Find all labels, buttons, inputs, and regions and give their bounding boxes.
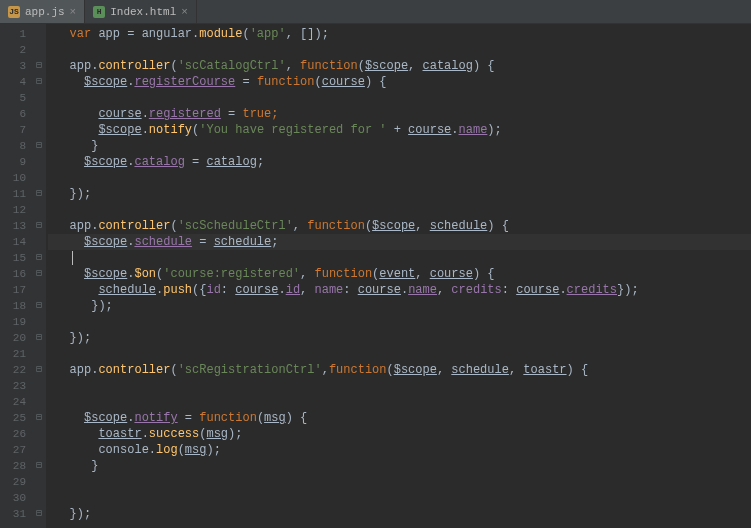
- line-number: 16: [0, 266, 26, 282]
- code-line: });: [48, 186, 751, 202]
- fold-marker[interactable]: ⊟: [32, 186, 46, 202]
- fold-marker[interactable]: ⊟: [32, 506, 46, 522]
- line-number: 24: [0, 394, 26, 410]
- fold-marker[interactable]: ⊟: [32, 218, 46, 234]
- code-line: var app = angular.module('app', []);: [48, 26, 751, 42]
- js-file-icon: JS: [8, 6, 20, 18]
- line-number: 30: [0, 490, 26, 506]
- fold-marker: [32, 170, 46, 186]
- code-line: $scope.notify = function(msg) {: [48, 410, 751, 426]
- fold-marker: [32, 426, 46, 442]
- line-number: 31: [0, 506, 26, 522]
- line-number: 26: [0, 426, 26, 442]
- fold-marker[interactable]: ⊟: [32, 410, 46, 426]
- code-line: [48, 314, 751, 330]
- code-line: [48, 250, 751, 266]
- code-line: schedule.push({id: course.id, name: cour…: [48, 282, 751, 298]
- code-line: }: [48, 458, 751, 474]
- fold-marker: [32, 90, 46, 106]
- code-line: $scope.catalog = catalog;: [48, 154, 751, 170]
- line-number: 13: [0, 218, 26, 234]
- fold-marker[interactable]: ⊟: [32, 330, 46, 346]
- code-area[interactable]: var app = angular.module('app', []); app…: [46, 24, 751, 528]
- line-number: 17: [0, 282, 26, 298]
- fold-marker: [32, 394, 46, 410]
- line-number: 23: [0, 378, 26, 394]
- line-number: 14: [0, 234, 26, 250]
- line-number: 19: [0, 314, 26, 330]
- fold-marker[interactable]: ⊟: [32, 74, 46, 90]
- line-number: 4: [0, 74, 26, 90]
- line-number: 2: [0, 42, 26, 58]
- code-line: });: [48, 298, 751, 314]
- code-line: console.log(msg);: [48, 442, 751, 458]
- fold-marker: [32, 474, 46, 490]
- line-number: 6: [0, 106, 26, 122]
- close-icon[interactable]: ×: [181, 6, 188, 18]
- code-line: [48, 346, 751, 362]
- line-number: 25: [0, 410, 26, 426]
- line-number: 21: [0, 346, 26, 362]
- line-number: 29: [0, 474, 26, 490]
- editor: 1234567891011121314151617181920212223242…: [0, 24, 751, 528]
- code-line: [48, 42, 751, 58]
- code-line: app.controller('scCatalogCtrl', function…: [48, 58, 751, 74]
- line-number: 1: [0, 26, 26, 42]
- line-number: 3: [0, 58, 26, 74]
- fold-marker: [32, 106, 46, 122]
- line-number: 9: [0, 154, 26, 170]
- fold-marker: [32, 154, 46, 170]
- fold-marker[interactable]: ⊟: [32, 362, 46, 378]
- fold-marker[interactable]: ⊟: [32, 266, 46, 282]
- line-number: 8: [0, 138, 26, 154]
- line-number: 18: [0, 298, 26, 314]
- line-number: 12: [0, 202, 26, 218]
- code-line: $scope.notify('You have registered for '…: [48, 122, 751, 138]
- fold-marker[interactable]: ⊟: [32, 138, 46, 154]
- line-number: 22: [0, 362, 26, 378]
- fold-marker[interactable]: ⊟: [32, 458, 46, 474]
- fold-marker: [32, 490, 46, 506]
- code-line: toastr.success(msg);: [48, 426, 751, 442]
- line-number: 27: [0, 442, 26, 458]
- fold-marker[interactable]: ⊟: [32, 250, 46, 266]
- code-line: app.controller('scScheduleCtrl', functio…: [48, 218, 751, 234]
- code-line: [48, 170, 751, 186]
- code-line: }: [48, 138, 751, 154]
- fold-marker: [32, 234, 46, 250]
- close-icon[interactable]: ×: [70, 6, 77, 18]
- line-number: 20: [0, 330, 26, 346]
- line-number: 7: [0, 122, 26, 138]
- code-line: });: [48, 330, 751, 346]
- line-number: 28: [0, 458, 26, 474]
- code-line: [48, 490, 751, 506]
- fold-marker: [32, 202, 46, 218]
- tab-index-html[interactable]: H Index.html ×: [85, 0, 197, 23]
- code-line: course.registered = true;: [48, 106, 751, 122]
- code-line: [48, 474, 751, 490]
- code-line: [48, 202, 751, 218]
- fold-marker: [32, 378, 46, 394]
- tab-label: app.js: [25, 6, 65, 18]
- tab-app-js[interactable]: JS app.js ×: [0, 0, 85, 23]
- code-line: app.controller('scRegistrationCtrl',func…: [48, 362, 751, 378]
- code-line: [48, 378, 751, 394]
- line-number: 5: [0, 90, 26, 106]
- code-line: $scope.schedule = schedule;: [48, 234, 751, 250]
- code-line: });: [48, 506, 751, 522]
- fold-marker: [32, 42, 46, 58]
- code-line: $scope.registerCourse = function(course)…: [48, 74, 751, 90]
- line-number: 11: [0, 186, 26, 202]
- code-line: [48, 394, 751, 410]
- code-line: [48, 90, 751, 106]
- tab-label: Index.html: [110, 6, 176, 18]
- line-number: 10: [0, 170, 26, 186]
- tab-bar: JS app.js × H Index.html ×: [0, 0, 751, 24]
- html-file-icon: H: [93, 6, 105, 18]
- fold-marker[interactable]: ⊟: [32, 298, 46, 314]
- line-number-gutter: 1234567891011121314151617181920212223242…: [0, 24, 32, 528]
- fold-marker[interactable]: ⊟: [32, 58, 46, 74]
- fold-marker: [32, 346, 46, 362]
- fold-marker: [32, 442, 46, 458]
- fold-marker: [32, 26, 46, 42]
